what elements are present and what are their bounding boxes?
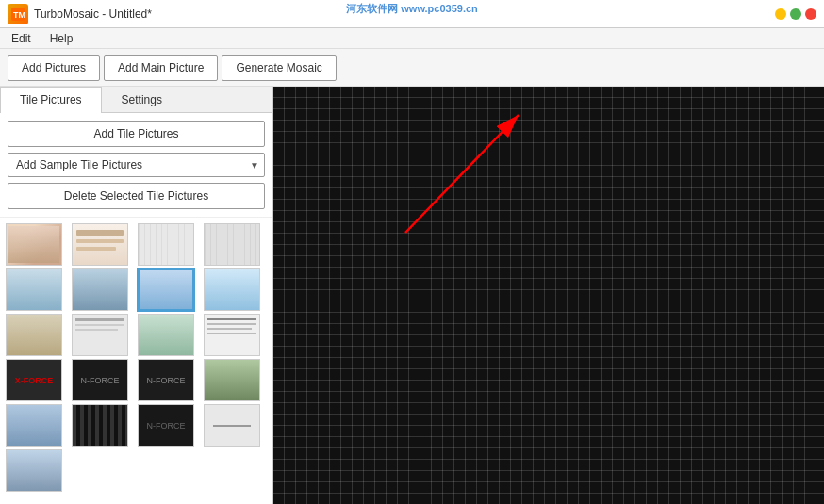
thumbnail-item[interactable] <box>6 268 62 311</box>
thumbnail-area[interactable]: X-FORCE N-FORCE N-FORCE N-FORCE <box>0 217 272 504</box>
left-panel: Tile Pictures Settings Add Tile Pictures… <box>0 87 273 504</box>
thumbnail-item[interactable] <box>138 314 194 356</box>
thumbnail-item[interactable] <box>6 223 62 266</box>
sample-select-wrapper: Add Sample Tile Pictures ▼ <box>8 153 265 177</box>
thumbnail-item-selected[interactable] <box>138 268 194 311</box>
thumbnail-item[interactable] <box>6 404 62 447</box>
thumbnail-item[interactable] <box>204 359 260 401</box>
thumbnail-item[interactable]: N-FORCE <box>138 359 194 401</box>
minimize-button[interactable] <box>775 8 786 20</box>
thumbnail-item[interactable] <box>72 268 128 311</box>
menu-help[interactable]: Help <box>46 30 77 47</box>
maximize-button[interactable] <box>790 8 801 20</box>
add-pictures-button[interactable]: Add Pictures <box>8 55 100 81</box>
thumbnail-item[interactable] <box>204 314 260 356</box>
thumbnail-item[interactable] <box>72 223 128 266</box>
thumbnail-item[interactable] <box>72 314 128 356</box>
tab-bar: Tile Pictures Settings <box>0 87 272 113</box>
thumbnail-item[interactable] <box>204 223 260 266</box>
thumbnail-item[interactable] <box>138 223 194 266</box>
thumbnail-item[interactable] <box>204 268 260 311</box>
svg-text:TM: TM <box>13 10 25 20</box>
watermark-text: 河东软件网 www.pc0359.cn <box>346 2 478 16</box>
toolbar: Add Pictures Add Main Picture Generate M… <box>0 49 824 87</box>
thumbnail-item[interactable] <box>6 314 62 356</box>
menu-bar: Edit Help <box>0 28 824 49</box>
add-main-picture-button[interactable]: Add Main Picture <box>104 55 218 81</box>
thumbnail-item[interactable] <box>204 404 260 447</box>
window-controls <box>775 8 816 20</box>
thumbnail-item[interactable] <box>6 449 62 492</box>
thumbnail-item[interactable]: N-FORCE <box>138 404 194 447</box>
panel-controls: Add Tile Pictures Add Sample Tile Pictur… <box>0 113 272 217</box>
thumbnail-item[interactable] <box>72 404 128 447</box>
add-tile-pictures-button[interactable]: Add Tile Pictures <box>8 121 265 147</box>
thumbnail-item[interactable]: X-FORCE <box>6 359 62 401</box>
close-button[interactable] <box>805 8 816 20</box>
sample-select[interactable]: Add Sample Tile Pictures <box>8 153 265 177</box>
thumbnail-item[interactable]: N-FORCE <box>72 359 128 401</box>
generate-mosaic-button[interactable]: Generate Mosaic <box>222 55 336 81</box>
thumbnail-grid: X-FORCE N-FORCE N-FORCE N-FORCE <box>4 221 269 494</box>
title-bar: TM TurboMosaic - Untitled* 河东软件网 www.pc0… <box>0 0 824 28</box>
tab-tile-pictures[interactable]: Tile Pictures <box>0 87 102 113</box>
mosaic-display <box>273 87 824 504</box>
delete-selected-button[interactable]: Delete Selected Tile Pictures <box>8 183 265 209</box>
app-logo: TM <box>8 4 28 24</box>
menu-edit[interactable]: Edit <box>8 30 35 47</box>
main-layout: Tile Pictures Settings Add Tile Pictures… <box>0 87 824 504</box>
canvas-area <box>273 87 824 504</box>
tab-settings[interactable]: Settings <box>102 87 182 112</box>
